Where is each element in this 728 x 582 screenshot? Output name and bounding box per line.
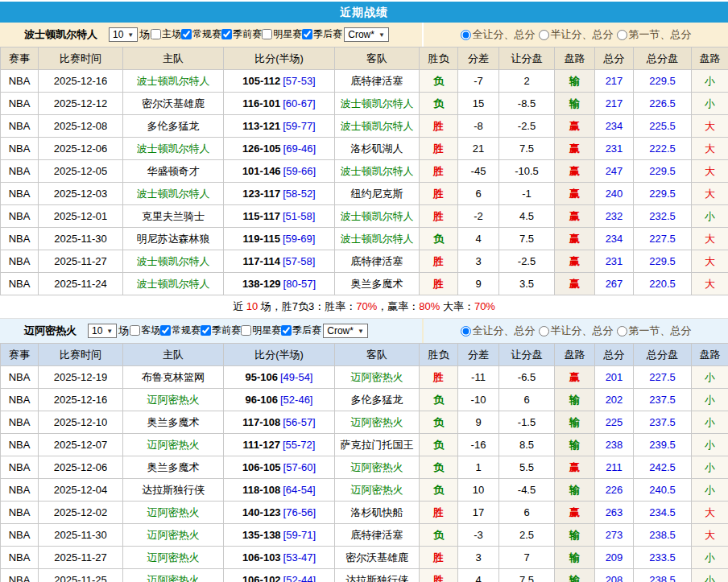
score-cell: 135-138[59-71] xyxy=(224,524,335,547)
home-team-cell: 布鲁克林篮网 xyxy=(123,366,224,389)
league-cell: NBA xyxy=(1,389,39,411)
filter-checkbox[interactable]: 明星赛 xyxy=(262,27,302,41)
over-under-cell: 小 xyxy=(692,205,728,228)
over-under-cell: 大 xyxy=(692,228,728,250)
filter-checkbox[interactable]: 明星赛 xyxy=(241,324,281,337)
handicap-result-cell: 输 xyxy=(555,70,595,93)
handicap-line-cell: 7.5 xyxy=(499,228,555,250)
point-diff-cell: -2 xyxy=(458,205,499,228)
point-diff-cell: 17 xyxy=(458,502,499,524)
bet-type-radio[interactable]: 半让分、总分 xyxy=(539,324,614,338)
bet-type-radio[interactable]: 半让分、总分 xyxy=(539,27,614,42)
over-under-cell: 大 xyxy=(692,138,728,160)
filter-checkbox[interactable]: 常规赛 xyxy=(160,324,201,337)
total-line-cell: 227.5 xyxy=(634,228,692,250)
filter-checkbox[interactable]: 季前赛 xyxy=(221,27,262,41)
away-team-cell: 迈阿密热火 xyxy=(335,479,420,502)
checkbox-input[interactable] xyxy=(160,325,171,336)
handicap-line-cell: 5.5 xyxy=(499,456,555,479)
filter-checkbox[interactable]: 主场 xyxy=(151,27,181,41)
handicap-result-cell: 输 xyxy=(555,411,595,434)
checkbox-input[interactable] xyxy=(281,325,292,336)
win-loss-cell: 负 xyxy=(420,70,458,93)
home-team-cell: 奥兰多魔术 xyxy=(123,411,224,434)
column-header: 比分(半场) xyxy=(224,344,335,366)
checkbox-input[interactable] xyxy=(221,29,232,39)
total-line-cell: 229.5 xyxy=(634,183,692,205)
final-score: 117-114 xyxy=(243,255,280,267)
filter-checkbox[interactable]: 季后赛 xyxy=(281,324,321,337)
checkbox-input[interactable] xyxy=(181,29,192,39)
games-count-select[interactable]: 10▼ xyxy=(88,324,117,338)
half-score: [80-57] xyxy=(283,278,316,290)
handicap-result-cell: 赢 xyxy=(555,205,595,228)
final-score: 138-129 xyxy=(242,278,281,290)
radio-input[interactable] xyxy=(461,326,471,336)
filter-checkboxes: 客场常规赛季前赛明星赛季后赛 xyxy=(130,324,321,338)
game-row: NBA 2025-12-03 波士顿凯尔特人 123-117[58-52] 纽约… xyxy=(1,183,728,205)
half-score: [52-44] xyxy=(283,574,316,582)
bet-type-radio[interactable]: 全让分、总分 xyxy=(461,324,536,338)
checkbox-input[interactable] xyxy=(201,325,211,336)
radio-input[interactable] xyxy=(617,326,627,336)
source-select[interactable]: Crow*▼ xyxy=(344,27,389,42)
checkbox-input[interactable] xyxy=(130,325,140,336)
over-under-cell: 小 xyxy=(692,389,728,411)
point-diff-cell: 21 xyxy=(458,138,499,160)
radio-input[interactable] xyxy=(539,30,549,40)
column-header: 盘路 xyxy=(555,47,595,70)
total-points-cell: 217 xyxy=(595,70,634,93)
filter-checkbox[interactable]: 季前赛 xyxy=(201,324,241,337)
home-team-cell: 波士顿凯尔特人 xyxy=(123,70,224,93)
half-score: [59-71] xyxy=(283,529,316,541)
half-score: [52-46] xyxy=(280,394,312,406)
checkbox-label: 明星赛 xyxy=(273,27,302,41)
away-team-cell: 奥兰多魔术 xyxy=(335,273,420,295)
score-cell: 123-117[58-52] xyxy=(224,183,335,205)
over-under-cell: 大 xyxy=(692,115,728,138)
results-table: 赛事比赛时间主队比分(半场)客队胜负分差让分盘盘路总分总分盘盘路 NBA 202… xyxy=(0,343,728,582)
league-cell: NBA xyxy=(1,273,39,295)
total-line-cell: 229.5 xyxy=(634,160,692,183)
final-score: 140-123 xyxy=(242,506,281,518)
checkbox-input[interactable] xyxy=(262,29,272,39)
radio-input[interactable] xyxy=(461,30,471,40)
handicap-result-cell: 输 xyxy=(555,434,595,456)
filter-checkbox[interactable]: 季后赛 xyxy=(302,27,342,41)
checkbox-input[interactable] xyxy=(151,29,161,39)
league-cell: NBA xyxy=(1,547,39,569)
source-select[interactable]: Crow*▼ xyxy=(323,324,368,338)
date-cell: 2025-11-24 xyxy=(39,273,123,295)
checkbox-input[interactable] xyxy=(241,325,251,336)
score-cell: 106-102[52-44] xyxy=(224,569,335,582)
total-line-cell: 226.5 xyxy=(634,93,692,115)
win-loss-cell: 胜 xyxy=(420,250,458,273)
bet-type-radio[interactable]: 全让分、总分 xyxy=(461,27,536,42)
bet-type-radio[interactable]: 第一节、总分 xyxy=(617,324,692,338)
chevron-down-icon: ▼ xyxy=(127,31,134,39)
away-team-cell: 迈阿密热火 xyxy=(335,411,420,434)
summary-text: 大率： xyxy=(440,300,474,312)
away-team-cell: 波士顿凯尔特人 xyxy=(335,115,420,138)
games-count-value: 10 xyxy=(92,325,102,336)
final-score: 135-138 xyxy=(242,529,281,541)
checkbox-input[interactable] xyxy=(302,29,312,39)
score-cell: 106-103[53-47] xyxy=(224,547,335,569)
date-cell: 2025-11-30 xyxy=(39,228,123,250)
filter-checkbox[interactable]: 客场 xyxy=(130,324,160,337)
bet-type-radio[interactable]: 第一节、总分 xyxy=(617,27,692,42)
total-line-cell: 242.5 xyxy=(634,456,692,479)
point-diff-cell: -16 xyxy=(458,434,499,456)
column-header: 客队 xyxy=(335,344,420,366)
handicap-result-cell: 赢 xyxy=(555,273,595,295)
final-score: 123-117 xyxy=(242,188,280,200)
radio-input[interactable] xyxy=(617,30,627,40)
filter-checkbox[interactable]: 常规赛 xyxy=(181,27,221,41)
home-team-cell: 迈阿密热火 xyxy=(123,502,224,524)
date-cell: 2025-11-30 xyxy=(39,524,123,547)
column-header: 客队 xyxy=(335,47,420,70)
radio-input[interactable] xyxy=(539,326,549,336)
column-header: 主队 xyxy=(123,344,224,366)
handicap-line-cell: -1.5 xyxy=(499,411,555,434)
games-count-select[interactable]: 10▼ xyxy=(109,27,138,42)
